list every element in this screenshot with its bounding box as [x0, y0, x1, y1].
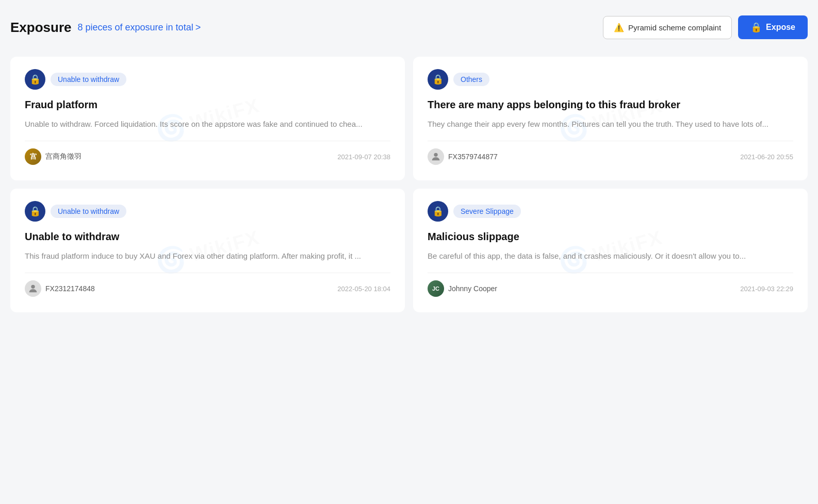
tag-row: 🔒 Unable to withdraw — [25, 201, 390, 222]
tag-label: Severe Slippage — [453, 205, 521, 218]
tag-icon: 🔒 — [25, 69, 45, 90]
user-info: FX2312174848 — [25, 280, 95, 297]
expose-button[interactable]: 🔒 Expose — [738, 15, 808, 39]
card-footer: JC Johnny Cooper 2021-09-03 22:29 — [428, 273, 793, 297]
user-info: FX3579744877 — [428, 148, 498, 165]
tag-row: 🔒 Unable to withdraw — [25, 69, 390, 90]
card-content-2: 🔒 Others There are many apps belonging t… — [428, 69, 793, 165]
user-info: 宫 宫商角徵羽 — [25, 148, 81, 165]
card-date: 2021-09-07 20:38 — [337, 153, 390, 161]
exposure-card-3[interactable]: 🌀 WikiFX 🔒 Unable to withdraw Unable to … — [10, 189, 405, 312]
page-title: Exposure — [10, 20, 72, 36]
exposure-count-link[interactable]: 8 pieces of exposure in total > — [78, 22, 201, 33]
user-avatar — [25, 280, 41, 297]
card-body: Be careful of this app, the data is fals… — [428, 250, 793, 262]
tag-icon: 🔒 — [25, 201, 45, 222]
tag-row: 🔒 Severe Slippage — [428, 201, 793, 222]
card-footer: FX2312174848 2022-05-20 18:04 — [25, 273, 390, 297]
tag-label: Unable to withdraw — [51, 205, 126, 218]
header-right: ⚠️ Pyramid scheme complaint 🔒 Expose — [603, 15, 808, 39]
pyramid-complaint-button[interactable]: ⚠️ Pyramid scheme complaint — [603, 16, 732, 39]
card-title: Unable to withdraw — [25, 230, 390, 244]
header-left: Exposure 8 pieces of exposure in total > — [10, 20, 201, 36]
card-title: Malicious slippage — [428, 230, 793, 244]
exposure-card-4[interactable]: 🌀 WikiFX 🔒 Severe Slippage Malicious sli… — [413, 189, 808, 312]
chevron-right-icon: > — [195, 22, 201, 33]
user-info: JC Johnny Cooper — [428, 280, 497, 297]
exposure-card-1[interactable]: 🌀 WikiFX 🔒 Unable to withdraw Fraud plat… — [10, 57, 405, 180]
card-date: 2022-05-20 18:04 — [337, 285, 390, 293]
card-body: Unable to withdraw. Forced liquidation. … — [25, 118, 390, 130]
svg-point-0 — [434, 153, 437, 157]
user-name: 宫商角徵羽 — [45, 152, 81, 161]
card-title: Fraud platform — [25, 98, 390, 112]
tag-row: 🔒 Others — [428, 69, 793, 90]
card-body: This fraud platform induce to buy XAU an… — [25, 250, 390, 262]
warning-icon: ⚠️ — [614, 23, 624, 32]
card-content-3: 🔒 Unable to withdraw Unable to withdraw … — [25, 201, 390, 297]
exposure-card-2[interactable]: 🌀 WikiFX 🔒 Others There are many apps be… — [413, 57, 808, 180]
user-name: Johnny Cooper — [448, 284, 497, 293]
tag-icon: 🔒 — [428, 69, 448, 90]
tag-label: Others — [453, 73, 489, 86]
card-body: They change their app every few months. … — [428, 118, 793, 130]
card-footer: 宫 宫商角徵羽 2021-09-07 20:38 — [25, 141, 390, 165]
user-avatar: JC — [428, 280, 444, 297]
tag-icon: 🔒 — [428, 201, 448, 222]
page-wrapper: Exposure 8 pieces of exposure in total >… — [10, 10, 808, 312]
card-content-4: 🔒 Severe Slippage Malicious slippage Be … — [428, 201, 793, 297]
card-content-1: 🔒 Unable to withdraw Fraud platform Unab… — [25, 69, 390, 165]
expose-icon: 🔒 — [750, 22, 762, 33]
card-footer: FX3579744877 2021-06-20 20:55 — [428, 141, 793, 165]
user-avatar: 宫 — [25, 148, 41, 165]
exposure-grid: 🌀 WikiFX 🔒 Unable to withdraw Fraud plat… — [10, 57, 808, 312]
user-name: FX2312174848 — [45, 284, 95, 293]
tag-label: Unable to withdraw — [51, 73, 126, 86]
card-date: 2021-06-20 20:55 — [740, 153, 793, 161]
card-date: 2021-09-03 22:29 — [740, 285, 793, 293]
user-avatar — [428, 148, 444, 165]
card-title: There are many apps belonging to this fr… — [428, 98, 793, 112]
user-name: FX3579744877 — [448, 153, 498, 161]
svg-point-1 — [31, 285, 35, 289]
page-header: Exposure 8 pieces of exposure in total >… — [10, 10, 808, 44]
